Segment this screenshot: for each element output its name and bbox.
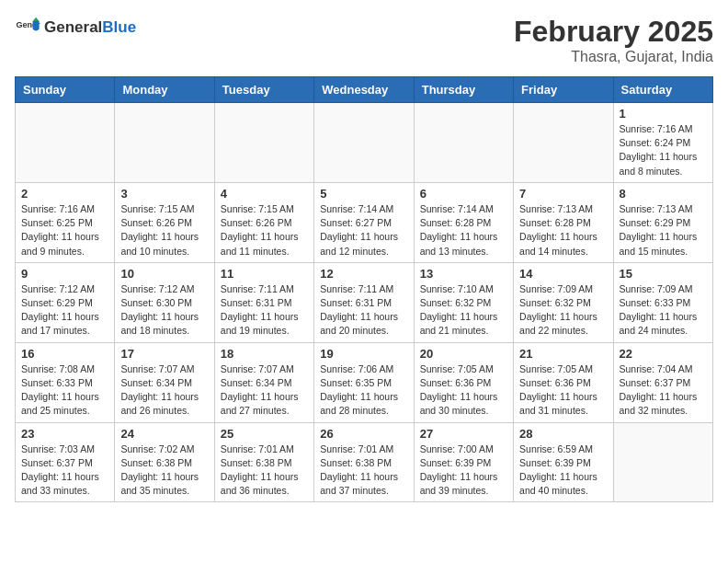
day-info: Sunrise: 7:07 AM Sunset: 6:34 PM Dayligh… [221, 362, 308, 419]
calendar-cell: 24Sunrise: 7:02 AM Sunset: 6:38 PM Dayli… [115, 422, 214, 502]
day-info: Sunrise: 7:12 AM Sunset: 6:29 PM Dayligh… [21, 282, 108, 339]
main-title: February 2025 [514, 15, 713, 49]
day-number: 28 [519, 427, 607, 441]
day-number: 26 [320, 427, 407, 441]
day-number: 15 [620, 267, 707, 281]
day-info: Sunrise: 7:07 AM Sunset: 6:34 PM Dayligh… [120, 362, 208, 419]
logo: General GeneralBlue [15, 15, 136, 40]
calendar-cell: 19Sunrise: 7:06 AM Sunset: 6:35 PM Dayli… [314, 342, 414, 422]
calendar-cell: 17Sunrise: 7:07 AM Sunset: 6:34 PM Dayli… [115, 342, 214, 422]
day-info: Sunrise: 7:06 AM Sunset: 6:35 PM Dayligh… [320, 362, 407, 419]
calendar-cell: 9Sunrise: 7:12 AM Sunset: 6:29 PM Daylig… [16, 262, 115, 342]
day-info: Sunrise: 7:16 AM Sunset: 6:25 PM Dayligh… [21, 202, 108, 259]
calendar-cell: 4Sunrise: 7:15 AM Sunset: 6:26 PM Daylig… [214, 182, 313, 262]
day-info: Sunrise: 7:03 AM Sunset: 6:37 PM Dayligh… [21, 442, 108, 499]
header: General GeneralBlue February 2025 Thasra… [15, 15, 713, 65]
calendar-cell: 26Sunrise: 7:01 AM Sunset: 6:38 PM Dayli… [314, 422, 414, 502]
day-number: 22 [620, 347, 707, 361]
day-number: 21 [519, 347, 607, 361]
day-info: Sunrise: 7:09 AM Sunset: 6:33 PM Dayligh… [620, 282, 707, 339]
day-info: Sunrise: 7:11 AM Sunset: 6:31 PM Dayligh… [221, 282, 308, 339]
day-info: Sunrise: 7:01 AM Sunset: 6:38 PM Dayligh… [221, 442, 308, 499]
calendar-header-monday: Monday [115, 77, 214, 103]
day-info: Sunrise: 7:05 AM Sunset: 6:36 PM Dayligh… [420, 362, 507, 419]
calendar-cell: 28Sunrise: 6:59 AM Sunset: 6:39 PM Dayli… [514, 422, 613, 502]
day-number: 7 [519, 187, 607, 201]
day-info: Sunrise: 7:13 AM Sunset: 6:29 PM Dayligh… [620, 202, 707, 259]
day-number: 25 [221, 427, 308, 441]
calendar-cell: 13Sunrise: 7:10 AM Sunset: 6:32 PM Dayli… [414, 262, 513, 342]
day-number: 18 [221, 347, 308, 361]
logo-blue: Blue [102, 18, 136, 36]
day-info: Sunrise: 7:09 AM Sunset: 6:32 PM Dayligh… [519, 282, 607, 339]
calendar-cell: 15Sunrise: 7:09 AM Sunset: 6:33 PM Dayli… [613, 262, 712, 342]
calendar-header-thursday: Thursday [414, 77, 513, 103]
calendar-cell: 1Sunrise: 7:16 AM Sunset: 6:24 PM Daylig… [613, 103, 712, 183]
day-number: 24 [120, 427, 208, 441]
day-number: 14 [519, 267, 607, 281]
logo-general: General [44, 18, 102, 36]
calendar-cell: 8Sunrise: 7:13 AM Sunset: 6:29 PM Daylig… [613, 182, 712, 262]
calendar-header-saturday: Saturday [613, 77, 712, 103]
calendar-cell: 21Sunrise: 7:05 AM Sunset: 6:36 PM Dayli… [514, 342, 613, 422]
calendar-header-friday: Friday [514, 77, 613, 103]
day-number: 10 [120, 267, 208, 281]
sub-title: Thasra, Gujarat, India [514, 49, 713, 65]
calendar-cell [414, 103, 513, 183]
day-number: 23 [21, 427, 108, 441]
calendar-cell [115, 103, 214, 183]
day-number: 3 [120, 187, 208, 201]
calendar-cell: 27Sunrise: 7:00 AM Sunset: 6:39 PM Dayli… [414, 422, 513, 502]
logo-icon: General [15, 15, 40, 40]
day-info: Sunrise: 7:15 AM Sunset: 6:26 PM Dayligh… [120, 202, 208, 259]
day-number: 19 [320, 347, 407, 361]
calendar-week-row-2: 9Sunrise: 7:12 AM Sunset: 6:29 PM Daylig… [16, 262, 713, 342]
calendar-cell: 16Sunrise: 7:08 AM Sunset: 6:33 PM Dayli… [16, 342, 115, 422]
calendar-week-row-1: 2Sunrise: 7:16 AM Sunset: 6:25 PM Daylig… [16, 182, 713, 262]
day-info: Sunrise: 7:12 AM Sunset: 6:30 PM Dayligh… [120, 282, 208, 339]
calendar-header-tuesday: Tuesday [214, 77, 313, 103]
calendar-week-row-0: 1Sunrise: 7:16 AM Sunset: 6:24 PM Daylig… [16, 103, 713, 183]
calendar-cell [514, 103, 613, 183]
calendar-header-row: SundayMondayTuesdayWednesdayThursdayFrid… [16, 77, 713, 103]
calendar-cell: 18Sunrise: 7:07 AM Sunset: 6:34 PM Dayli… [214, 342, 313, 422]
day-info: Sunrise: 7:08 AM Sunset: 6:33 PM Dayligh… [21, 362, 108, 419]
day-number: 11 [221, 267, 308, 281]
day-number: 4 [221, 187, 308, 201]
calendar-cell: 7Sunrise: 7:13 AM Sunset: 6:28 PM Daylig… [514, 182, 613, 262]
day-number: 27 [420, 427, 507, 441]
day-info: Sunrise: 7:05 AM Sunset: 6:36 PM Dayligh… [519, 362, 607, 419]
day-info: Sunrise: 7:13 AM Sunset: 6:28 PM Dayligh… [519, 202, 607, 259]
calendar-cell: 5Sunrise: 7:14 AM Sunset: 6:27 PM Daylig… [314, 182, 414, 262]
calendar-cell: 3Sunrise: 7:15 AM Sunset: 6:26 PM Daylig… [115, 182, 214, 262]
day-number: 9 [21, 267, 108, 281]
calendar-cell: 10Sunrise: 7:12 AM Sunset: 6:30 PM Dayli… [115, 262, 214, 342]
calendar-header-wednesday: Wednesday [314, 77, 414, 103]
calendar: SundayMondayTuesdayWednesdayThursdayFrid… [15, 76, 713, 502]
day-info: Sunrise: 7:01 AM Sunset: 6:38 PM Dayligh… [320, 442, 407, 499]
calendar-cell [214, 103, 313, 183]
day-info: Sunrise: 7:10 AM Sunset: 6:32 PM Dayligh… [420, 282, 507, 339]
calendar-cell: 12Sunrise: 7:11 AM Sunset: 6:31 PM Dayli… [314, 262, 414, 342]
day-number: 13 [420, 267, 507, 281]
calendar-cell [314, 103, 414, 183]
calendar-cell: 25Sunrise: 7:01 AM Sunset: 6:38 PM Dayli… [214, 422, 313, 502]
day-number: 6 [420, 187, 507, 201]
calendar-cell: 11Sunrise: 7:11 AM Sunset: 6:31 PM Dayli… [214, 262, 313, 342]
day-info: Sunrise: 7:14 AM Sunset: 6:27 PM Dayligh… [320, 202, 407, 259]
calendar-cell: 6Sunrise: 7:14 AM Sunset: 6:28 PM Daylig… [414, 182, 513, 262]
calendar-cell: 2Sunrise: 7:16 AM Sunset: 6:25 PM Daylig… [16, 182, 115, 262]
calendar-cell: 22Sunrise: 7:04 AM Sunset: 6:37 PM Dayli… [613, 342, 712, 422]
calendar-cell: 23Sunrise: 7:03 AM Sunset: 6:37 PM Dayli… [16, 422, 115, 502]
day-number: 16 [21, 347, 108, 361]
day-number: 12 [320, 267, 407, 281]
day-number: 2 [21, 187, 108, 201]
day-number: 8 [620, 187, 707, 201]
day-info: Sunrise: 7:15 AM Sunset: 6:26 PM Dayligh… [221, 202, 308, 259]
day-number: 5 [320, 187, 407, 201]
day-info: Sunrise: 6:59 AM Sunset: 6:39 PM Dayligh… [519, 442, 607, 499]
calendar-cell: 20Sunrise: 7:05 AM Sunset: 6:36 PM Dayli… [414, 342, 513, 422]
calendar-cell [613, 422, 712, 502]
calendar-cell [16, 103, 115, 183]
day-info: Sunrise: 7:11 AM Sunset: 6:31 PM Dayligh… [320, 282, 407, 339]
